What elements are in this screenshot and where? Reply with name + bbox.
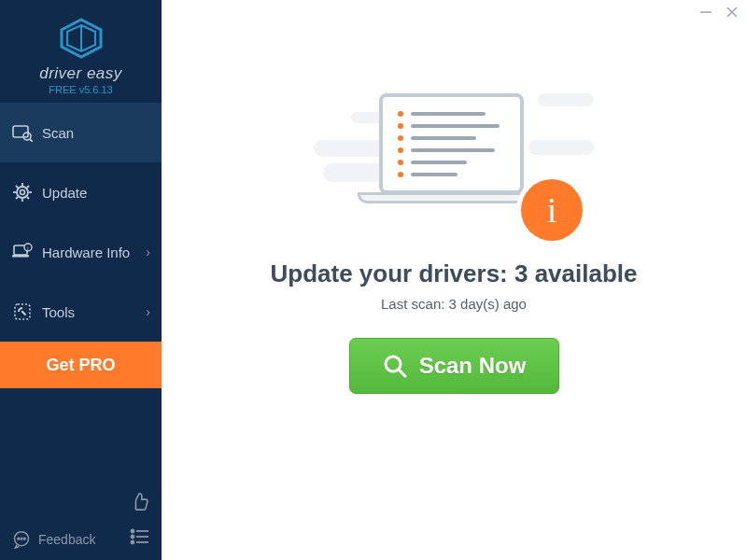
headline: Update your drivers: 3 available: [270, 259, 637, 288]
svg-line-15: [16, 197, 18, 199]
info-badge-icon: i: [521, 179, 583, 241]
svg-line-36: [399, 370, 405, 376]
get-pro-label: Get PRO: [46, 356, 115, 375]
scan-icon: [12, 122, 33, 143]
svg-text:i: i: [27, 245, 28, 251]
app-name: driver easy: [39, 64, 122, 83]
sidebar-item-scan[interactable]: Scan: [0, 103, 162, 162]
svg-point-29: [18, 538, 20, 539]
app-version: FREE v5.6.13: [49, 84, 112, 95]
svg-point-7: [21, 190, 25, 195]
chevron-right-icon: ›: [146, 304, 150, 319]
svg-line-14: [27, 186, 29, 188]
sidebar-item-label: Hardware Info: [42, 245, 130, 260]
minimize-button[interactable]: [699, 6, 712, 22]
feedback-icon: [12, 530, 31, 549]
sidebar-item-label: Scan: [42, 125, 74, 141]
svg-point-22: [132, 530, 134, 533]
sidebar-item-tools[interactable]: Tools ›: [0, 282, 162, 342]
logo-icon: [58, 18, 105, 59]
svg-line-5: [30, 139, 33, 142]
svg-line-12: [16, 186, 18, 188]
svg-point-30: [21, 538, 22, 539]
sidebar-item-label: Update: [42, 185, 87, 201]
tools-icon: [12, 301, 33, 322]
sidebar: driver easy FREE v5.6.13 Scan Update i H…: [0, 0, 162, 560]
chevron-right-icon: ›: [146, 245, 150, 259]
sidebar-item-update[interactable]: Update: [0, 162, 162, 222]
last-scan-text: Last scan: 3 day(s) ago: [381, 296, 527, 312]
svg-point-24: [132, 536, 134, 539]
svg-line-13: [27, 197, 29, 199]
scan-now-button[interactable]: Scan Now: [349, 338, 559, 394]
illustration: i: [314, 84, 594, 243]
scan-now-label: Scan Now: [419, 353, 527, 379]
svg-point-26: [132, 541, 134, 544]
minimize-icon: [699, 6, 712, 19]
content-area: i Update your drivers: 3 available Last …: [162, 0, 746, 394]
list-icon: [130, 528, 150, 545]
close-icon: [725, 6, 739, 19]
main-panel: i Update your drivers: 3 available Last …: [162, 0, 746, 560]
feedback-label: Feedback: [38, 532, 95, 547]
svg-point-31: [24, 538, 26, 539]
get-pro-button[interactable]: Get PRO: [0, 342, 162, 388]
logo-area: driver easy FREE v5.6.13: [0, 0, 162, 103]
svg-rect-17: [12, 255, 29, 258]
svg-rect-3: [13, 126, 28, 137]
gear-icon: [12, 182, 33, 203]
thumbs-up-icon: [130, 491, 150, 511]
window-controls: [699, 6, 739, 22]
sidebar-item-hardware-info[interactable]: i Hardware Info ›: [0, 222, 162, 282]
sidebar-item-label: Tools: [42, 304, 75, 320]
feedback-button[interactable]: Feedback: [12, 530, 95, 549]
thumbs-up-button[interactable]: [130, 491, 150, 515]
close-button[interactable]: [725, 6, 739, 22]
magnifier-icon: [382, 353, 408, 379]
list-button[interactable]: [130, 528, 150, 549]
hardware-icon: i: [12, 242, 33, 262]
svg-rect-21: [21, 311, 27, 316]
svg-point-6: [17, 187, 28, 198]
